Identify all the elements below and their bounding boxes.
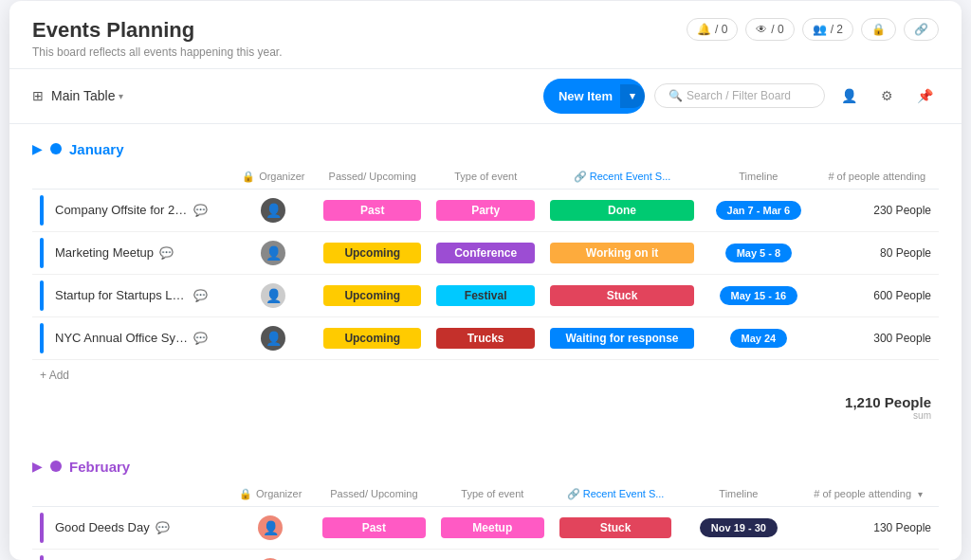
passed-cell[interactable]: Past [315,549,433,560]
passed-cell[interactable]: Upcoming [316,274,429,316]
notification-badge[interactable]: 🔔 / 0 [687,18,738,41]
timeline-cell[interactable]: May 24 [702,316,815,359]
chat-icon[interactable]: 💬 [193,332,208,345]
app-title: Events Planning [32,18,282,43]
passed-cell[interactable]: Past [315,506,433,549]
app-subtitle: This board reflects all events happening… [32,45,282,59]
toolbar-left: ⊞ Main Table ▾ [32,88,123,103]
sort-icon[interactable]: ▾ [918,489,923,499]
january-collapse-icon[interactable]: ▶ [32,141,43,156]
status-pill: Stuck [559,517,672,538]
main-table-label: Main Table [51,88,115,103]
passed-cell[interactable]: Past [316,189,429,231]
row-name-cell: NYC Annual Office Sync 💬 [32,316,231,359]
passed-cell[interactable]: Upcoming [316,231,429,274]
row-left-bar [40,195,44,226]
january-title: January [69,141,124,157]
new-item-dropdown-arrow[interactable]: ▾ [620,84,645,108]
february-title: February [69,459,130,475]
header-left: Events Planning This board reflects all … [32,18,282,59]
row-name-container: Marketing Meetup 💬 [40,238,224,268]
type-cell[interactable]: Festival [429,274,541,316]
type-cell[interactable]: Conference [429,231,541,274]
col-header-name [32,165,231,190]
table-row: R&D conference 💬 👤 Past Party Working on… [32,549,939,560]
organizer-cell: 👤 [231,189,316,231]
lock-badge[interactable]: 🔒 [861,18,896,41]
feb-col-header-timeline: Timeline [679,482,797,507]
january-dot [50,143,62,154]
organizer-col-lock: 🔒 Organizer [239,171,308,183]
chat-icon[interactable]: 💬 [193,289,208,302]
type-cell[interactable]: Trucks [429,316,541,359]
lock-icon-col: 🔒 [239,488,252,500]
row-name-container: Startup for Startups Lau... 💬 [40,280,224,311]
feb-col-header-type: Type of event [433,482,552,507]
avatar: 👤 [261,198,285,223]
timeline-cell[interactable]: Nov 12 - 22 [679,549,797,560]
status-cell[interactable]: Waiting for response [542,316,702,359]
organizer-cell: 👤 [226,506,314,549]
status-cell[interactable]: Working on it [552,549,680,560]
main-table-button[interactable]: Main Table ▾ [51,88,123,103]
notification-count: / 0 [715,23,727,36]
add-row-button[interactable]: + Add [40,369,69,382]
status-pill: Waiting for response [550,328,694,349]
group-february: ▶ February 🔒 Organizer Passed/ Upco [32,459,939,560]
view-badge[interactable]: 👁 / 0 [745,18,794,41]
table-row: Good Deeds Day 💬 👤 Past Meetup Stuck Nov… [32,506,939,549]
group-january: ▶ January 🔒 Organizer Passed/ Upcom [32,141,939,426]
type-cell[interactable]: Party [429,189,541,231]
toolbar-right: New Item ▾ 🔍 Search / Filter Board 👤 ⚙ 📌 [543,79,939,114]
timeline-pill: May 5 - 8 [725,244,792,262]
members-badge[interactable]: 👥 / 2 [802,18,853,41]
sum-row: 1,210 People sum [32,388,939,426]
people-cell: 130 People [797,506,939,549]
sum-cell: 1,210 People sum [815,388,939,426]
members-count: / 2 [831,23,843,36]
timeline-cell[interactable]: May 5 - 8 [702,231,815,274]
timeline-cell[interactable]: Jan 7 - Mar 6 [702,189,815,231]
col-header-people: # of people attending [815,165,939,190]
view-count: / 0 [771,23,783,36]
february-collapse-icon[interactable]: ▶ [32,459,43,474]
feb-col-header-passed: Passed/ Upcoming [315,482,433,507]
status-cell[interactable]: Working on it [542,231,702,274]
people-cell: 600 People [815,274,939,316]
table-icon: ⊞ [32,88,44,103]
chat-icon[interactable]: 💬 [159,246,174,260]
status-cell[interactable]: Stuck [542,274,702,316]
chat-icon[interactable]: 💬 [156,521,170,534]
avatar: 👤 [258,515,283,540]
recent-col-link: 🔗 Recent Event S... [550,171,694,183]
type-cell[interactable]: Party [433,549,552,560]
people-cell: 230 People [815,189,939,231]
chat-icon[interactable]: 💬 [193,204,208,217]
settings-icon-btn[interactable]: ⚙ [872,81,901,110]
type-cell[interactable]: Meetup [433,506,552,549]
pin-icon-btn[interactable]: 📌 [910,81,939,110]
status-cell[interactable]: Done [542,189,702,231]
row-left-bar [40,323,44,353]
timeline-cell[interactable]: May 15 - 16 [702,274,815,316]
table-row: Company Offsite for 2018 💬 👤 Past Party … [32,189,939,231]
row-left-bar [40,513,44,543]
row-name-container: Good Deeds Day 💬 [40,513,218,543]
search-placeholder: Search / Filter Board [687,89,791,102]
search-box[interactable]: 🔍 Search / Filter Board [654,83,825,108]
timeline-cell[interactable]: Nov 19 - 30 [679,506,797,549]
new-item-button[interactable]: New Item ▾ [543,79,645,114]
people-cell: 300 People [815,316,939,359]
passed-pill: Past [323,200,421,221]
organizer-cell: 👤 [231,316,316,359]
passed-cell[interactable]: Upcoming [316,316,429,359]
status-cell[interactable]: Stuck [552,506,680,549]
status-pill: Done [550,200,694,221]
share-badge[interactable]: 🔗 [904,18,939,41]
type-pill: Festival [436,285,534,306]
content-area: ▶ January 🔒 Organizer Passed/ Upcom [9,124,962,560]
people-count: 230 People [823,204,931,217]
february-dot [50,461,62,472]
link-icon: 🔗 [567,488,580,500]
profile-icon-btn[interactable]: 👤 [834,81,863,110]
